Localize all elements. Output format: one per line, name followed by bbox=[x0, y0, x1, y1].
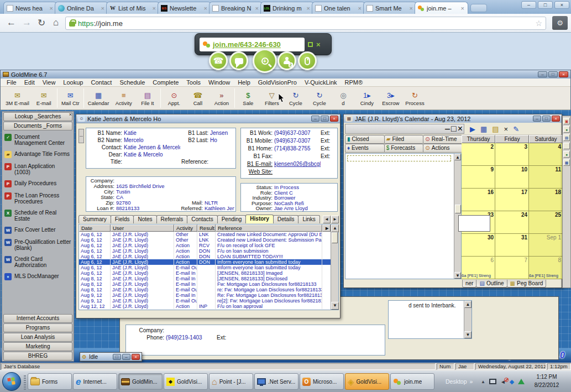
menu-vquicklink[interactable]: V-QuickLink bbox=[301, 79, 341, 86]
phone-label[interactable]: Web Site: bbox=[242, 168, 274, 176]
tab-close-icon[interactable]: × bbox=[306, 5, 311, 12]
sidebar-item-4[interactable]: PThe Loan Process Procedures bbox=[4, 192, 71, 205]
tab-close-icon[interactable]: × bbox=[101, 5, 105, 12]
calendar-page-icon[interactable]: ▦ bbox=[480, 125, 487, 133]
phone-label[interactable]: B1 E-mail: bbox=[242, 160, 274, 168]
field-value[interactable]: Tustin bbox=[116, 189, 177, 195]
day-cell-25[interactable]: 25 bbox=[529, 211, 563, 234]
participants-button[interactable]: 2 bbox=[277, 51, 296, 70]
selected-slot[interactable] bbox=[458, 215, 490, 232]
field-value[interactable] bbox=[205, 178, 234, 184]
day-cell-Sep1[interactable]: Sep 1 bbox=[529, 234, 563, 257]
table-row[interactable]: Aug 6, 12JAE (J.R. Lloyd)E-mail OutInfor… bbox=[79, 265, 338, 270]
day-cell-10[interactable]: 10 bbox=[495, 166, 529, 189]
idle-titlebar[interactable]: ⚙ Idle □–× bbox=[80, 353, 142, 361]
new-tab-button[interactable] bbox=[470, 4, 487, 12]
table-row[interactable]: Aug 8, 12JAE (J.R. Lloyd)E-mail In[JENSE… bbox=[79, 276, 338, 281]
field-value[interactable] bbox=[205, 189, 234, 195]
day-cell-7[interactable]: 7 bbox=[495, 257, 529, 279]
toolbar-cycle[interactable]: ↻Cycle bbox=[307, 87, 331, 109]
browser-tab-7[interactable]: Smart Me× bbox=[363, 2, 417, 14]
table-row[interactable]: Aug 6, 12JAE (J.R. Lloyd)OtherLNKCreated… bbox=[79, 237, 338, 243]
taskbar-clock[interactable]: 1:12 PM 8/22/2012 bbox=[530, 373, 564, 389]
reload-icon[interactable]: ↻ bbox=[38, 17, 45, 29]
tab-history[interactable]: History bbox=[245, 215, 273, 223]
day-cell-30[interactable]: 30 bbox=[462, 234, 495, 257]
toolbar-cindy[interactable]: 1▸Cindy bbox=[355, 87, 379, 109]
toolbar-file-it[interactable]: ▤File It bbox=[135, 87, 159, 109]
header-scroll-right-icon[interactable]: ► bbox=[322, 224, 331, 232]
home-icon[interactable]: ⌂ bbox=[53, 17, 59, 28]
phone-value[interactable]: (714)838-2755 bbox=[274, 145, 321, 153]
drive-icon[interactable] bbox=[518, 379, 525, 384]
day-cell-17[interactable]: 17 bbox=[495, 189, 529, 211]
bookmark-star-icon[interactable]: ☆ bbox=[535, 19, 542, 28]
contact-phone-box[interactable]: B1 Work:(949)637-0307Ext:B1 Mobile:(949)… bbox=[240, 128, 338, 179]
scroll-down-icon[interactable]: ▼ bbox=[331, 302, 339, 310]
sidebar-bottom-tab-bhreg[interactable]: BHREG bbox=[3, 352, 72, 360]
table-row[interactable]: Aug 12, 12JAE (J.R. Lloyd)ActionINPF/u o… bbox=[79, 304, 338, 309]
tab-real-time[interactable]: ⊙Real-Time bbox=[423, 135, 463, 144]
tab-actions[interactable]: ⊙Actions bbox=[423, 144, 463, 153]
menu-rpm[interactable]: RPM® bbox=[341, 79, 367, 86]
taskbar-button-netserv[interactable]: .Net Serv... bbox=[254, 373, 298, 390]
taskbar-button-goldmin[interactable]: GoldMin... bbox=[118, 373, 163, 390]
toolbar-sale[interactable]: $Sale bbox=[236, 87, 260, 109]
browser-tab-2[interactable]: WList of Mis× bbox=[106, 2, 160, 14]
tab-notes[interactable]: Notes bbox=[133, 215, 156, 223]
tab-close-icon[interactable]: × bbox=[152, 5, 156, 12]
toolbar-process[interactable]: ↻Process bbox=[402, 87, 427, 109]
contact-address-box[interactable]: Company:Address:1625 Birchfield DriveCit… bbox=[86, 176, 236, 212]
tab-events[interactable]: ♦Events bbox=[345, 144, 385, 153]
calendar-minimize-button[interactable]: – bbox=[533, 116, 541, 122]
table-row[interactable]: Aug 6, 12JAE (J.R. Lloyd)OtherLNKCreated… bbox=[79, 232, 338, 237]
sidebar-item-9[interactable]: ●MLS DocManager bbox=[4, 273, 71, 280]
goldmine-maximize-button[interactable]: □ bbox=[548, 71, 558, 77]
sidebar-item-5[interactable]: XSchedule of Real Estate bbox=[4, 210, 71, 222]
sidebar-item-2[interactable]: PLoan Application (1003) bbox=[4, 163, 71, 175]
tab-details[interactable]: Details bbox=[273, 215, 299, 223]
play-icon[interactable]: ▶ bbox=[470, 125, 475, 133]
tab-close-icon[interactable]: × bbox=[49, 5, 54, 12]
tab-close-icon[interactable]: × bbox=[358, 5, 362, 12]
bg-notes-scrollbar[interactable]: ▲ ▼ bbox=[464, 301, 472, 338]
browser-maximize-button[interactable]: □ bbox=[538, 1, 553, 9]
idle-maximize-button[interactable]: – bbox=[122, 354, 130, 360]
calendar-titlebar[interactable]: ▦ JAE (J.R. Lloyd)'s Calendar - Aug 23, … bbox=[344, 114, 562, 123]
phone-value[interactable]: (949)637-0307 bbox=[274, 137, 321, 145]
edit-icon[interactable]: ✎ bbox=[513, 125, 519, 133]
field-value[interactable] bbox=[210, 151, 234, 158]
toolbar-action[interactable]: »Action bbox=[209, 87, 233, 109]
day-cell-4[interactable]: 4 bbox=[529, 143, 563, 166]
calendar-maximize-button[interactable]: □ bbox=[542, 116, 551, 122]
status-value[interactable]: Jae Arre Lloyd bbox=[274, 206, 336, 211]
column-header-activity[interactable]: Activity bbox=[174, 224, 197, 232]
start-button[interactable] bbox=[2, 372, 21, 391]
zoom-button[interactable]: + bbox=[253, 49, 277, 73]
field-value[interactable] bbox=[124, 158, 180, 165]
day-cell-16[interactable]: 16 bbox=[462, 189, 495, 211]
sidebar-item-0[interactable]: ✓Document Management Center bbox=[4, 134, 71, 146]
browser-tab-5[interactable]: LOLDrinking m× bbox=[260, 2, 314, 14]
field-value[interactable]: Katie Jensen & Mercelo Ho bbox=[124, 144, 180, 151]
sidebar-bottom-tab-marketing[interactable]: Marketing bbox=[3, 342, 72, 351]
tab-fields[interactable]: Fields bbox=[111, 215, 134, 223]
field-value[interactable]: NLTR bbox=[205, 200, 234, 206]
calendar-close-button[interactable]: × bbox=[552, 116, 560, 122]
toolbar-cycle[interactable]: ↻Cycle bbox=[284, 87, 307, 109]
day-cell-31[interactable]: 31 bbox=[495, 234, 529, 257]
browser-minimize-button[interactable]: – bbox=[521, 1, 536, 9]
toolbar-call[interactable]: ☎Call bbox=[186, 87, 209, 109]
tab-filed[interactable]: ▰Filed bbox=[384, 135, 424, 144]
sidebar-bottom-tab-internet-accounts[interactable]: Internet Accounts bbox=[3, 314, 72, 323]
field-value[interactable] bbox=[205, 184, 234, 189]
chat-button[interactable] bbox=[229, 51, 248, 70]
field-value[interactable]: Katie bbox=[124, 129, 180, 137]
joinme-session-url[interactable]: join.me/643-246-630 bbox=[213, 40, 281, 49]
sidebar-item-7[interactable]: WPre-Qualification Letter (Blank) bbox=[4, 239, 71, 251]
toolbar-d[interactable]: ◎d bbox=[331, 87, 355, 109]
day-cell-2[interactable]: 2 bbox=[462, 143, 495, 166]
column-header-date[interactable]: Date bbox=[79, 224, 111, 232]
field-value[interactable] bbox=[116, 178, 177, 184]
menu-goldvisionpro[interactable]: GoldVisionPro bbox=[254, 79, 301, 86]
